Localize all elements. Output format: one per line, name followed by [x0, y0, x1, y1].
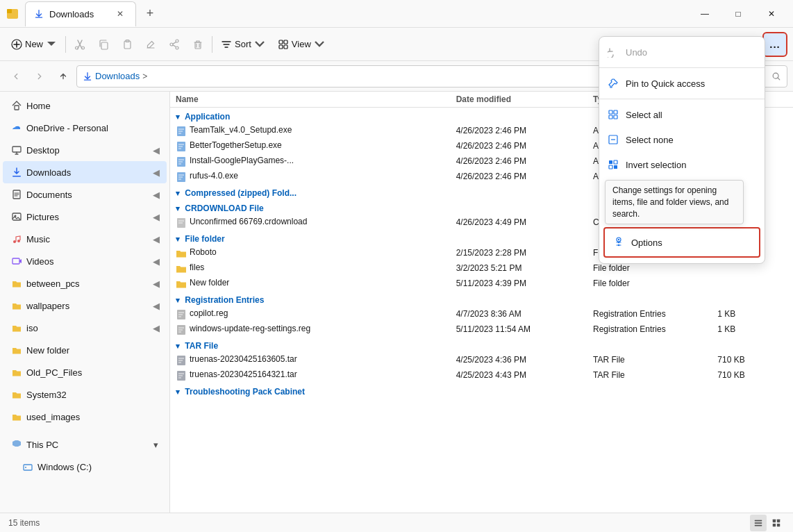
paste-button[interactable] [116, 32, 138, 57]
back-button[interactable] [6, 66, 26, 87]
sidebar-item-iso[interactable]: iso ◀ [3, 317, 167, 339]
between-pin-icon: ◀ [151, 279, 161, 288]
sidebar-item-desktop[interactable]: Desktop ◀ [3, 139, 167, 161]
group-reg-toggle[interactable]: ▾ [176, 296, 180, 304]
maximize-button[interactable]: □ [722, 3, 754, 25]
file-name: files [190, 263, 204, 272]
dropdown-options[interactable]: Options [603, 227, 760, 258]
sidebar-item-old-pc[interactable]: Old_PC_Files [3, 361, 167, 383]
file-date: 2/15/2023 2:28 PM [451, 245, 587, 260]
tiles-view-button[interactable] [768, 515, 785, 531]
dropdown-select-none[interactable]: Select none [599, 127, 765, 152]
share-button[interactable] [163, 32, 185, 57]
close-button[interactable]: ✕ [756, 3, 787, 25]
sidebar-item-between-pcs[interactable]: between_pcs ◀ [3, 272, 167, 294]
group-crdownload-toggle[interactable]: ▾ [176, 204, 180, 213]
window-controls: — □ ✕ [689, 3, 787, 25]
sidebar-item-this-pc[interactable]: This PC ▾ [3, 433, 167, 456]
new-tab-button[interactable]: + [139, 3, 161, 25]
dropdown-menu: Undo Pin to Quick access Select all Sele… [599, 36, 765, 264]
group-compressed-label: Compressed (zipped) Fold... [185, 188, 297, 198]
sidebar-item-onedrive[interactable]: OneDrive - Personal [3, 117, 167, 139]
col-date[interactable]: Date modified [451, 92, 587, 108]
address-path[interactable]: Downloads > [76, 65, 603, 88]
file-name: Unconfirmed 66769.crdownload [190, 217, 307, 226]
this-pc-group: Windows (C:) [0, 456, 169, 478]
sidebar-between-label: between_pcs [26, 279, 147, 289]
col-name[interactable]: Name [170, 92, 451, 108]
group-troubleshooting[interactable]: ▾ Troubleshooting Pack Cabinet [170, 383, 793, 398]
view-chevron-icon [314, 39, 325, 50]
sidebar-item-videos[interactable]: Videos ◀ [3, 250, 167, 272]
this-pc-expand-icon[interactable]: ▾ [150, 439, 161, 450]
file-name: New folder [190, 278, 229, 288]
desktop-pin-icon: ◀ [151, 145, 161, 155]
sidebar-item-used-images[interactable]: used_images [3, 406, 167, 428]
dropdown-select-all[interactable]: Select all [599, 102, 765, 127]
rename-button[interactable] [140, 32, 162, 57]
table-row[interactable]: truenas-20230425163605.tar 4/25/2023 4:3… [170, 352, 793, 367]
dropdown-pin[interactable]: Pin to Quick access [599, 71, 765, 96]
svg-rect-15 [279, 45, 283, 49]
sidebar-item-downloads[interactable]: Downloads ◀ [3, 161, 167, 183]
svg-rect-53 [609, 165, 612, 169]
group-compressed-toggle[interactable]: ▾ [176, 189, 180, 197]
tooltip-text: Change settings for opening items, file … [612, 185, 728, 219]
sidebar-item-new-folder[interactable]: New folder [3, 339, 167, 361]
table-row[interactable]: windows-update-reg-settings.reg 5/11/202… [170, 322, 793, 337]
table-row[interactable]: truenas-20230425164321.tar 4/25/2023 4:4… [170, 367, 793, 383]
up-button[interactable] [53, 66, 74, 87]
sidebar-item-windows-c[interactable]: Windows (C:) [8, 456, 167, 478]
group-tar-toggle[interactable]: ▾ [176, 342, 180, 350]
minimize-button[interactable]: — [689, 3, 721, 25]
group-folder-toggle[interactable]: ▾ [176, 235, 180, 243]
forward-button[interactable] [29, 66, 50, 87]
group-trouble-toggle[interactable]: ▾ [176, 388, 180, 396]
delete-button[interactable] [187, 32, 209, 57]
view-icon [278, 39, 289, 50]
file-name: rufus-4.0.exe [190, 171, 238, 181]
sidebar-pictures-label: Pictures [26, 212, 147, 222]
invert-label: Invert selection [626, 160, 686, 170]
table-row[interactable]: New folder 5/11/2023 4:39 PM File folder [170, 276, 793, 291]
sidebar-item-pictures[interactable]: Pictures ◀ [3, 206, 167, 228]
select-all-label: Select all [626, 110, 662, 120]
view-button[interactable]: View [272, 32, 331, 57]
sort-button[interactable]: Sort [215, 32, 271, 57]
sidebar-videos-label: Videos [26, 256, 147, 267]
more-options-button[interactable]: ... [762, 32, 787, 57]
folder-old-icon [11, 367, 22, 378]
pictures-icon [11, 211, 22, 222]
dropdown-divider-1 [599, 67, 765, 68]
table-row[interactable]: copilot.reg 4/7/2023 8:36 AM Registratio… [170, 306, 793, 322]
details-view-icon [753, 518, 763, 528]
dropdown-invert[interactable]: Invert selection [599, 152, 765, 177]
file-type: File folder [587, 276, 712, 291]
sidebar-item-home[interactable]: Home [3, 94, 167, 117]
path-segment-downloads[interactable]: Downloads [95, 71, 140, 81]
cut-button[interactable] [69, 32, 91, 57]
sidebar-item-wallpapers[interactable]: wallpapers ◀ [3, 294, 167, 317]
copy-button[interactable] [92, 32, 115, 57]
sidebar-item-documents[interactable]: Documents ◀ [3, 183, 167, 206]
folder-wallpapers-icon [11, 300, 22, 311]
svg-rect-47 [614, 110, 617, 114]
file-type: Registration Entries [587, 306, 712, 322]
new-button[interactable]: New [6, 32, 62, 57]
group-tar[interactable]: ▾ TAR File [170, 337, 793, 352]
group-application-toggle[interactable]: ▾ [176, 113, 180, 121]
sidebar-desktop-label: Desktop [26, 145, 147, 156]
sidebar-item-music[interactable]: Music ◀ [3, 228, 167, 250]
sidebar-item-system32[interactable]: System32 [3, 383, 167, 406]
downloads-path-icon [83, 72, 92, 81]
svg-rect-42 [773, 519, 776, 522]
active-tab[interactable]: Downloads ✕ [25, 1, 136, 26]
tab-close-button[interactable]: ✕ [113, 7, 127, 21]
group-registration[interactable]: ▾ Registration Entries [170, 291, 793, 306]
pin-icon [608, 78, 619, 89]
file-date: 4/26/2023 2:46 PM [451, 123, 587, 138]
details-view-button[interactable] [750, 515, 767, 531]
file-name: truenas-20230425164321.tar [190, 369, 297, 379]
wallpapers-pin-icon: ◀ [151, 301, 161, 310]
dropdown-undo[interactable]: Undo [599, 40, 765, 65]
